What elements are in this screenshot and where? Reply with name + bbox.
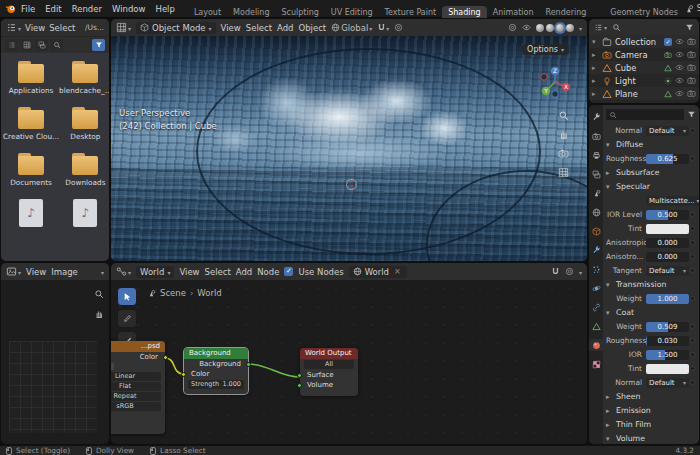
outliner-row-plane[interactable]: Plane xyxy=(589,87,699,100)
menu-view[interactable]: View xyxy=(26,267,46,277)
options-dropdown[interactable]: Options xyxy=(522,44,569,55)
breadcrumb-scene[interactable]: Scene xyxy=(160,288,186,298)
zoom-icon[interactable] xyxy=(558,110,569,121)
shading-solid-icon[interactable] xyxy=(546,24,554,32)
zoom-icon[interactable] xyxy=(94,289,104,299)
viewport-canvas[interactable]: User Perspective (242) Collection | Cube… xyxy=(111,36,587,261)
tab-render-icon[interactable] xyxy=(589,130,603,142)
distribution-dropdown[interactable]: Multiscatte... xyxy=(646,196,699,206)
menu-add[interactable]: Add xyxy=(277,23,293,33)
menu-select[interactable]: Select xyxy=(205,267,231,277)
render-visibility-icon[interactable] xyxy=(687,89,696,98)
tab-tool-icon[interactable] xyxy=(589,111,603,123)
tab-constraints-icon[interactable] xyxy=(589,301,603,313)
tint-color-swatch[interactable] xyxy=(646,224,689,234)
use-nodes-checkbox[interactable] xyxy=(284,267,293,276)
caret-icon[interactable] xyxy=(592,51,599,59)
render-visibility-icon[interactable] xyxy=(687,76,696,85)
section-thin-film[interactable]: Thin Film xyxy=(606,418,696,431)
show-gizmo-icon[interactable] xyxy=(508,23,517,32)
exclude-checkbox[interactable] xyxy=(664,38,672,46)
tab-output-icon[interactable] xyxy=(589,149,603,161)
folder-blendcache[interactable]: blendcache_... xyxy=(59,61,109,95)
colorspace-dropdown[interactable]: sRGB xyxy=(111,402,161,411)
folder-desktop[interactable]: Desktop xyxy=(59,107,109,141)
shading-material-icon[interactable] xyxy=(556,24,564,32)
menu-view[interactable]: View xyxy=(221,23,241,33)
coat-ior-slider[interactable]: 1.500 xyxy=(646,350,689,360)
image-editor-grid[interactable] xyxy=(9,341,97,433)
strength-field[interactable]: Strength1.000 xyxy=(188,380,244,389)
menu-help[interactable]: Help xyxy=(150,4,179,14)
tab-material-icon[interactable] xyxy=(589,339,603,351)
tab-uv-editing[interactable]: UV Editing xyxy=(325,6,379,18)
coat-roughness-slider[interactable]: 0.030 xyxy=(646,336,689,346)
section-specular[interactable]: Specular xyxy=(606,180,696,193)
interpolation-dropdown[interactable]: Linear xyxy=(111,372,161,381)
tab-modeling[interactable]: Modeling xyxy=(227,6,275,18)
menu-image[interactable]: Image xyxy=(51,267,78,277)
editor-type-button[interactable] xyxy=(594,22,607,32)
menu-select[interactable]: Select xyxy=(246,23,272,33)
render-visibility-icon[interactable] xyxy=(687,63,696,72)
tab-geometry-nodes[interactable]: Geometry Nodes xyxy=(604,6,683,18)
editor-type-button[interactable] xyxy=(116,22,131,33)
background-output-socket[interactable] xyxy=(246,362,251,367)
overlays-icon[interactable] xyxy=(522,23,531,32)
ior-level-slider[interactable]: 0.500 xyxy=(646,210,689,220)
chevron-down-icon[interactable] xyxy=(579,267,582,277)
proportional-editing-icon[interactable] xyxy=(394,23,403,32)
music-file[interactable]: ♪ xyxy=(59,199,109,227)
menu-file[interactable]: File xyxy=(16,4,40,14)
coat-weight-slider[interactable]: 0.509 xyxy=(646,322,689,332)
caret-icon[interactable] xyxy=(592,90,599,98)
editor-type-button[interactable] xyxy=(116,266,131,277)
node-canvas[interactable]: Scene World ...psd Color Linear Flat Rep… xyxy=(111,280,587,444)
overlays-icon[interactable] xyxy=(565,267,574,276)
editor-type-button[interactable] xyxy=(6,266,21,277)
search-icon[interactable] xyxy=(612,23,621,32)
camera-view-icon[interactable] xyxy=(558,148,569,159)
section-subsurface[interactable]: Subsurface xyxy=(606,166,696,179)
music-file[interactable]: ♪ xyxy=(3,199,59,227)
folder-documents[interactable]: Documents xyxy=(3,153,59,187)
section-transmission[interactable]: Transmission xyxy=(606,278,696,291)
annotate-tool-button[interactable] xyxy=(117,309,137,328)
tab-rendering[interactable]: Rendering xyxy=(539,6,592,18)
tab-sculpting[interactable]: Sculpting xyxy=(275,6,324,18)
filter-icon[interactable] xyxy=(685,23,694,32)
ortho-toggle-icon[interactable] xyxy=(558,167,569,178)
roughness-slider[interactable]: 0.625 xyxy=(646,154,689,164)
tab-animation[interactable]: Animation xyxy=(487,6,540,18)
normal-dropdown[interactable]: Default xyxy=(646,126,689,136)
tab-texture-paint[interactable]: Texture Paint xyxy=(379,6,443,18)
menu-object[interactable]: Object xyxy=(298,23,326,33)
render-visibility-icon[interactable] xyxy=(687,37,696,46)
display-list-button[interactable] xyxy=(5,39,18,51)
image-browse-buttons[interactable] xyxy=(111,362,165,371)
menu-add[interactable]: Add xyxy=(236,267,252,277)
unlink-datablock-button[interactable] xyxy=(392,267,403,276)
hide-eye-icon[interactable] xyxy=(675,37,684,46)
folder-creative-cloud[interactable]: Creative Clou... xyxy=(3,107,59,141)
tab-shading[interactable]: Shading xyxy=(442,6,487,18)
snap-magnet-icon[interactable] xyxy=(377,23,389,33)
tab-data-icon[interactable] xyxy=(589,320,603,332)
caret-icon[interactable] xyxy=(592,38,599,46)
mode-dropdown[interactable]: Object Mode xyxy=(136,22,216,34)
outliner-row-collection[interactable]: Collection xyxy=(589,35,699,48)
image-texture-node[interactable]: ...psd Color Linear Flat Repeat sRGB xyxy=(111,341,165,434)
tab-physics-icon[interactable] xyxy=(589,282,603,294)
menu-node[interactable]: Node xyxy=(257,267,279,277)
render-visibility-icon[interactable] xyxy=(687,50,696,59)
tab-texture-icon[interactable] xyxy=(589,358,603,370)
folder-applications[interactable]: Applications xyxy=(3,61,59,95)
select-tool-button[interactable] xyxy=(117,287,137,306)
tab-object-icon[interactable] xyxy=(589,225,603,237)
editor-type-button[interactable] xyxy=(6,22,21,33)
chevron-down-icon[interactable] xyxy=(101,267,104,277)
section-emission[interactable]: Emission xyxy=(606,404,696,417)
path-field[interactable]: /Us... xyxy=(85,23,104,32)
orientation-dropdown[interactable]: Global xyxy=(331,23,372,33)
properties-search-input[interactable] xyxy=(606,109,684,120)
